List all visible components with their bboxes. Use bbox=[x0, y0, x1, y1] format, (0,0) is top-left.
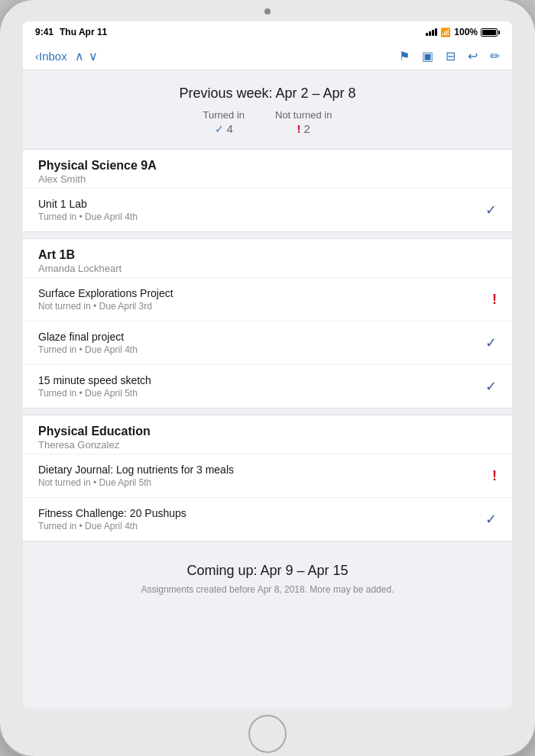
exclaim-icon: ! bbox=[297, 123, 301, 135]
signal-bar-1 bbox=[426, 33, 428, 36]
battery-icon bbox=[481, 28, 500, 37]
folder-icon[interactable]: ▣ bbox=[422, 49, 433, 63]
coming-up-subtitle: Assignments created before Apr 8, 2018. … bbox=[35, 583, 500, 596]
class-header-0: Physical Science 9AAlex Smith bbox=[23, 150, 512, 189]
turned-in-label: Turned in bbox=[203, 109, 245, 121]
back-button[interactable]: ‹ Inbox bbox=[35, 50, 67, 63]
ipad-frame: 9:41 Thu Apr 11 📶 100% bbox=[0, 0, 535, 756]
assignment-title-0-0: Unit 1 Lab bbox=[38, 198, 138, 210]
teacher-name-2: Theresa Gonzalez bbox=[38, 439, 497, 451]
stats-row: Turned in ✓ 4 Not turned in ! 2 bbox=[35, 109, 500, 135]
assignment-row-1-0[interactable]: Surface Explorations ProjectNot turned i… bbox=[23, 278, 512, 321]
down-arrow-button[interactable]: ∨ bbox=[89, 49, 98, 63]
class-header-2: Physical EducationTheresa Gonzalez bbox=[23, 415, 512, 454]
assignment-info-0-0: Unit 1 LabTurned in • Due April 4th bbox=[38, 198, 138, 222]
assignment-title-2-0: Dietary Journal: Log nutrients for 3 mea… bbox=[38, 464, 234, 476]
back-label: Inbox bbox=[39, 50, 67, 63]
status-bar: 9:41 Thu Apr 11 📶 100% bbox=[23, 21, 512, 43]
class-section-1: Art 1BAmanda LockheartSurface Exploratio… bbox=[23, 238, 512, 409]
not-turned-in-stat: Not turned in ! 2 bbox=[275, 109, 332, 135]
assignment-meta-2-0: Not turned in • Due April 5th bbox=[38, 477, 234, 488]
battery-percent: 100% bbox=[454, 27, 478, 37]
assignment-row-2-0[interactable]: Dietary Journal: Log nutrients for 3 mea… bbox=[23, 454, 512, 498]
nav-left: ‹ Inbox ∧ ∨ bbox=[35, 49, 98, 63]
signal-bar-4 bbox=[435, 28, 437, 36]
assignment-info-2-0: Dietary Journal: Log nutrients for 3 mea… bbox=[38, 464, 234, 488]
exclamation-icon: ! bbox=[492, 468, 497, 484]
battery-tip bbox=[498, 31, 500, 34]
classes-container: Physical Science 9AAlex SmithUnit 1 LabT… bbox=[23, 149, 512, 541]
content-area: Previous week: Apr 2 – Apr 8 Turned in ✓… bbox=[23, 70, 512, 709]
not-turned-in-value: ! 2 bbox=[275, 122, 332, 135]
teacher-name-0: Alex Smith bbox=[38, 173, 497, 185]
camera-dot bbox=[264, 8, 271, 15]
exclamation-icon: ! bbox=[492, 292, 497, 308]
assignment-title-1-0: Surface Explorations Project bbox=[38, 287, 173, 299]
assignment-meta-0-0: Turned in • Due April 4th bbox=[38, 212, 138, 222]
turned-in-value: ✓ 4 bbox=[203, 122, 245, 135]
assignment-meta-1-0: Not turned in • Due April 3rd bbox=[38, 301, 173, 312]
check-icon: ✓ bbox=[215, 123, 224, 135]
checkmark-icon: ✓ bbox=[485, 378, 497, 395]
class-name-0: Physical Science 9A bbox=[38, 159, 497, 173]
assignment-info-1-2: 15 minute speed sketchTurned in • Due Ap… bbox=[38, 374, 151, 399]
archive-icon[interactable]: ⊟ bbox=[446, 49, 456, 63]
class-section-2: Physical EducationTheresa GonzalezDietar… bbox=[23, 415, 512, 541]
date-display: Thu Apr 11 bbox=[60, 27, 107, 37]
nav-right: ⚑ ▣ ⊟ ↩ ✏ bbox=[399, 49, 500, 63]
checkmark-icon: ✓ bbox=[485, 334, 497, 351]
class-header-1: Art 1BAmanda Lockheart bbox=[23, 239, 512, 278]
nav-bar: ‹ Inbox ∧ ∨ ⚑ ▣ ⊟ ↩ ✏ bbox=[23, 43, 512, 70]
assignment-title-2-1: Fitness Challenge: 20 Pushups bbox=[38, 507, 186, 519]
battery-body bbox=[481, 28, 498, 37]
nav-arrows: ∧ ∨ bbox=[75, 49, 98, 63]
not-turned-in-label: Not turned in bbox=[275, 109, 332, 121]
time-display: 9:41 bbox=[35, 27, 54, 37]
battery-fill bbox=[482, 30, 496, 35]
teacher-name-1: Amanda Lockheart bbox=[38, 263, 497, 274]
coming-up-title: Coming up: Apr 9 – Apr 15 bbox=[35, 563, 500, 579]
assignment-meta-1-1: Turned in • Due April 4th bbox=[38, 344, 138, 355]
screen: 9:41 Thu Apr 11 📶 100% bbox=[23, 21, 512, 709]
assignment-meta-1-2: Turned in • Due April 5th bbox=[38, 388, 151, 399]
wifi-icon: 📶 bbox=[440, 27, 451, 37]
assignment-meta-2-1: Turned in • Due April 4th bbox=[38, 521, 186, 531]
signal-bar-2 bbox=[429, 31, 431, 36]
week-title: Previous week: Apr 2 – Apr 8 bbox=[35, 86, 500, 102]
assignment-row-0-0[interactable]: Unit 1 LabTurned in • Due April 4th✓ bbox=[23, 189, 512, 231]
not-turned-in-count: 2 bbox=[303, 122, 310, 135]
turned-in-stat: Turned in ✓ 4 bbox=[203, 109, 245, 135]
checkmark-icon: ✓ bbox=[485, 202, 497, 218]
class-section-0: Physical Science 9AAlex SmithUnit 1 LabT… bbox=[23, 149, 512, 232]
reply-icon[interactable]: ↩ bbox=[468, 49, 478, 63]
assignment-info-1-1: Glaze final projectTurned in • Due April… bbox=[38, 331, 138, 355]
signal-bars bbox=[426, 28, 437, 36]
class-name-1: Art 1B bbox=[38, 248, 497, 262]
assignment-row-2-1[interactable]: Fitness Challenge: 20 PushupsTurned in •… bbox=[23, 498, 512, 541]
week-header: Previous week: Apr 2 – Apr 8 Turned in ✓… bbox=[23, 70, 512, 143]
compose-icon[interactable]: ✏ bbox=[490, 49, 500, 63]
home-button[interactable] bbox=[248, 715, 287, 753]
assignment-row-1-1[interactable]: Glaze final projectTurned in • Due April… bbox=[23, 321, 512, 365]
status-right: 📶 100% bbox=[426, 27, 500, 37]
assignment-info-2-1: Fitness Challenge: 20 PushupsTurned in •… bbox=[38, 507, 186, 531]
top-bar bbox=[0, 0, 535, 15]
up-arrow-button[interactable]: ∧ bbox=[75, 49, 84, 63]
status-left: 9:41 Thu Apr 11 bbox=[35, 27, 107, 37]
turned-in-count: 4 bbox=[227, 122, 233, 135]
checkmark-icon: ✓ bbox=[485, 511, 497, 528]
assignment-info-1-0: Surface Explorations ProjectNot turned i… bbox=[38, 287, 173, 312]
assignment-title-1-2: 15 minute speed sketch bbox=[38, 374, 151, 386]
class-name-2: Physical Education bbox=[38, 425, 497, 438]
flag-icon[interactable]: ⚑ bbox=[399, 49, 410, 63]
signal-bar-3 bbox=[432, 30, 434, 36]
coming-up-section: Coming up: Apr 9 – Apr 15 Assignments cr… bbox=[23, 548, 512, 604]
assignment-title-1-1: Glaze final project bbox=[38, 331, 138, 343]
assignment-row-1-2[interactable]: 15 minute speed sketchTurned in • Due Ap… bbox=[23, 365, 512, 408]
